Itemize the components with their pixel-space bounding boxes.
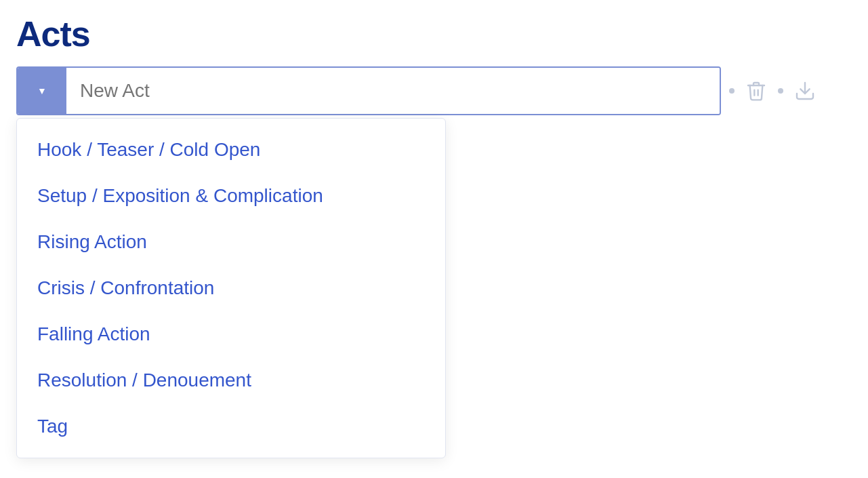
- delete-button[interactable]: [743, 77, 770, 104]
- dropdown-item-tag[interactable]: Tag: [17, 403, 445, 450]
- page-title: Acts: [16, 14, 852, 54]
- dropdown-menu: Hook / Teaser / Cold OpenSetup / Exposit…: [16, 118, 446, 458]
- act-input-wrapper: [16, 66, 721, 115]
- dot-icon-1: [729, 88, 735, 94]
- download-icon: [794, 80, 816, 102]
- download-button[interactable]: [791, 77, 819, 104]
- dropdown-toggle-button[interactable]: [18, 68, 66, 114]
- dropdown-item-crisis[interactable]: Crisis / Confrontation: [17, 265, 445, 311]
- act-input-row: Hook / Teaser / Cold OpenSetup / Exposit…: [16, 66, 852, 115]
- dropdown-item-rising[interactable]: Rising Action: [17, 219, 445, 265]
- dropdown-item-hook[interactable]: Hook / Teaser / Cold Open: [17, 127, 445, 173]
- new-act-input[interactable]: [66, 68, 720, 114]
- trash-icon: [745, 80, 767, 102]
- dot-icon-2: [778, 88, 783, 94]
- dropdown-item-falling[interactable]: Falling Action: [17, 311, 445, 357]
- dropdown-item-resolution[interactable]: Resolution / Denouement: [17, 357, 445, 403]
- dropdown-item-setup[interactable]: Setup / Exposition & Complication: [17, 173, 445, 219]
